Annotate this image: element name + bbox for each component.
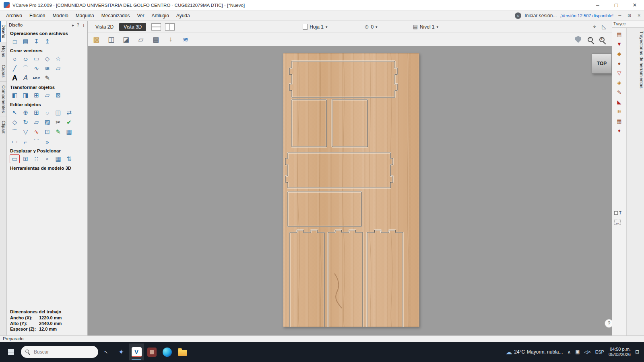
open-file-icon[interactable]: ▤	[21, 37, 31, 46]
part-tall-2[interactable]	[328, 230, 363, 327]
extend-vectors-icon[interactable]: ⊡	[42, 128, 52, 136]
align-grid-icon[interactable]: ⊞	[21, 154, 31, 163]
menu-artilugio[interactable]: Artilugio	[148, 10, 173, 21]
validate-vectors-icon[interactable]: ✔	[64, 118, 74, 127]
sidebar-tab-componentes[interactable]: Componentes	[0, 82, 6, 117]
draw-polygon-icon[interactable]: ◇	[42, 54, 52, 63]
guides-icon[interactable]: ◺	[602, 23, 606, 30]
quick-move-icon[interactable]: ⊕	[21, 108, 31, 117]
autohide-icon[interactable]: ▸	[72, 23, 74, 27]
draw-ellipse-icon[interactable]: ○	[19, 54, 33, 63]
taskbar-vcarve-button[interactable]: V	[129, 343, 144, 360]
taskbar-cursor-icon[interactable]: ↖	[98, 343, 114, 360]
laser-toolpath-icon[interactable]: ✦	[617, 128, 621, 134]
shield-icon[interactable]	[575, 36, 581, 43]
draw-line-icon[interactable]: ╱	[10, 64, 20, 73]
draw-arc-icon[interactable]: ⌒	[21, 64, 31, 73]
sheet-selector[interactable]: Hoja 1 ▾	[303, 24, 327, 30]
part-tall-1[interactable]	[290, 230, 324, 327]
menu-archivo[interactable]: Archivo	[2, 10, 26, 21]
position-size-icon[interactable]: ▭	[10, 154, 20, 163]
slice-view-icon[interactable]: ◪	[121, 35, 131, 44]
part-small-left[interactable]	[292, 100, 326, 147]
material-setup-icon[interactable]: ▤	[617, 32, 621, 37]
material-block-icon[interactable]: ▩	[91, 35, 101, 44]
sidebar-tab-capas[interactable]: Capas	[0, 61, 6, 82]
menu-modelo[interactable]: Modelo	[49, 10, 72, 21]
origin-selector[interactable]: ⊙ 0 ▾	[365, 24, 378, 30]
move-objects-icon[interactable]: ◧	[10, 91, 20, 100]
panel-restore-icon[interactable]: ⊡	[626, 13, 632, 18]
smooth-nodes-icon[interactable]: ▽	[21, 128, 31, 136]
weather-widget[interactable]: ☁ 24°C Mayorm. nubla...	[506, 348, 563, 356]
part-top-panel[interactable]	[289, 61, 397, 97]
part-tall-3[interactable]	[367, 230, 403, 327]
part-top-panel[interactable]	[289, 61, 397, 97]
part-mid-notched[interactable]	[285, 153, 393, 188]
edit-text-icon[interactable]: ✎	[42, 74, 52, 82]
profile-toolpath-icon[interactable]: ▼	[617, 41, 622, 47]
text-style-icon[interactable]: A	[21, 74, 31, 82]
prism-toolpath-icon[interactable]: ◣	[617, 99, 621, 105]
text-on-curve-icon[interactable]: ABC	[31, 74, 41, 82]
start-button[interactable]	[2, 342, 19, 362]
part-small-left[interactable]	[292, 100, 326, 147]
menu-edicion[interactable]: Edición	[26, 10, 49, 21]
sidebar-tab-hojas[interactable]: Hojas	[0, 42, 6, 61]
fit-beziers-icon[interactable]: ∿	[31, 128, 41, 136]
pin-icon[interactable]: ↧	[82, 23, 85, 27]
taskbar-clock[interactable]: 04:50 p.m. 05/03/2026	[609, 347, 631, 357]
hidden-icons-chevron[interactable]: ∧	[567, 349, 571, 355]
sidebar-tab-clipart[interactable]: Clipart	[0, 117, 6, 138]
component-preview-icon[interactable]: ◫	[106, 35, 116, 44]
import-vectors-icon[interactable]: ↧	[31, 37, 41, 46]
draw-star-icon[interactable]: ☆	[53, 54, 63, 63]
sign-in-link[interactable]: Iniciar sesión...	[524, 13, 557, 19]
array-copy-icon[interactable]: ∷	[31, 154, 41, 163]
menu-ver[interactable]: Ver	[133, 10, 148, 21]
help-icon[interactable]: ?	[77, 23, 79, 27]
sketch-brush-icon[interactable]: ✎	[53, 128, 63, 136]
rotate-tool-icon[interactable]: ↻	[21, 118, 31, 127]
part-tall-3[interactable]	[367, 230, 403, 327]
split-vertical-icon[interactable]	[165, 23, 175, 31]
scale-objects-icon[interactable]: ⊞	[31, 91, 41, 100]
tab-vista-3d[interactable]: Vista 3D	[119, 23, 146, 31]
fit-curves-icon[interactable]: ⌒	[10, 128, 20, 136]
weld-vectors-icon[interactable]: ◇	[10, 118, 20, 127]
version-update-link[interactable]: ¡Versión 12.507 disponible!	[560, 13, 613, 18]
sidebar-tab-diseno[interactable]: Diseño	[0, 21, 6, 42]
vcarve-toolpath-icon[interactable]: ◈	[617, 80, 621, 85]
tab-vista-2d[interactable]: Vista 2D	[91, 23, 118, 31]
part-tall-1[interactable]	[290, 230, 324, 327]
snap-move-icon[interactable]: ⊞	[31, 108, 41, 117]
hatch-fill-icon[interactable]: ▨	[42, 118, 52, 127]
taskbar-app2-button[interactable]	[144, 343, 159, 360]
draw-rectangle-icon[interactable]: ▭	[31, 54, 41, 63]
network-icon[interactable]: ▣	[575, 349, 580, 355]
taskbar-search[interactable]	[21, 346, 98, 358]
taskbar-copilot-button[interactable]: ✦	[114, 343, 129, 360]
moulding-toolpath-icon[interactable]: ≋	[617, 109, 621, 114]
mirror-objects-icon[interactable]: ◨	[21, 91, 31, 100]
block-copy-icon[interactable]: ▦	[53, 154, 63, 163]
zoom-in-icon[interactable]: +	[599, 37, 605, 42]
notifications-icon[interactable]: ⊟	[635, 349, 639, 355]
extend-arrow-icon[interactable]: »	[42, 137, 52, 146]
menu-ayuda[interactable]: Ayuda	[173, 10, 194, 21]
help-bubble-button[interactable]: ?	[605, 319, 612, 328]
panel-minimize-icon[interactable]: ─	[617, 13, 623, 18]
mirror-tool-icon[interactable]: ◫	[53, 108, 63, 117]
taskbar-explorer-button[interactable]	[175, 343, 190, 360]
sheet-stack-icon[interactable]: ▤	[151, 35, 161, 44]
export-vectors-icon[interactable]: ↥	[42, 37, 52, 46]
menu-maquina[interactable]: Máquina	[72, 10, 98, 21]
quick-engrave-icon[interactable]: ▽	[617, 70, 621, 76]
nesting-icon[interactable]: ⇅	[64, 154, 74, 163]
distort-objects-icon[interactable]: ▱	[42, 91, 52, 100]
arc-corner-icon[interactable]: ⌒	[31, 137, 41, 146]
user-avatar-icon[interactable]: ○	[515, 12, 521, 19]
new-file-icon[interactable]: □	[10, 37, 20, 46]
zoom-out-icon[interactable]: −	[588, 37, 593, 42]
part-small-right[interactable]	[332, 100, 367, 147]
